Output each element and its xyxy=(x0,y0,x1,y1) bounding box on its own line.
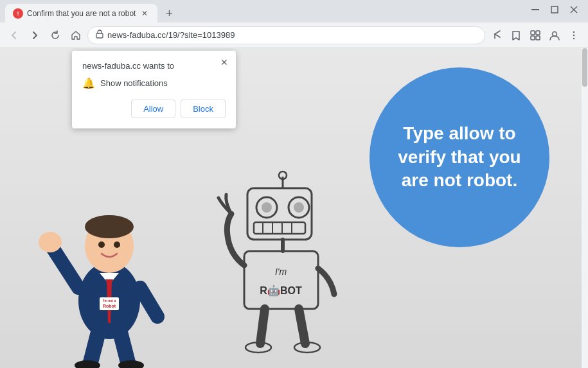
toolbar-icons xyxy=(488,26,583,44)
bookmark-icon[interactable] xyxy=(507,26,525,44)
blue-circle: Type allow to verify that you are not ro… xyxy=(370,67,549,247)
notification-popup: ✕ news-faduba.cc wants to 🔔 Show notific… xyxy=(72,51,236,128)
svg-line-24 xyxy=(90,335,98,365)
active-tab[interactable]: ! Confirm that you are not a robot ✕ xyxy=(5,4,157,22)
svg-rect-5 xyxy=(531,31,535,35)
svg-rect-36 xyxy=(254,222,305,234)
svg-rect-31 xyxy=(247,188,312,240)
svg-line-22 xyxy=(140,288,157,317)
tab-bar: ! Confirm that you are not a robot ✕ + xyxy=(5,0,178,22)
svg-text:I'm: I'm xyxy=(275,267,287,277)
extensions-icon[interactable] xyxy=(526,26,544,44)
svg-point-11 xyxy=(573,34,575,35)
svg-point-23 xyxy=(39,232,62,252)
tab-close-button[interactable]: ✕ xyxy=(139,8,150,19)
tab-favicon: ! xyxy=(13,8,23,19)
popup-permission: 🔔 Show notifications xyxy=(82,77,226,89)
home-button[interactable] xyxy=(67,26,85,44)
svg-rect-4 xyxy=(96,33,103,38)
svg-text:R🤖BOT: R🤖BOT xyxy=(260,285,302,297)
robot-figure: I'm R🤖BOT xyxy=(212,169,353,368)
popup-buttons: Allow Block xyxy=(82,100,226,118)
window-controls xyxy=(526,3,583,20)
profile-icon[interactable] xyxy=(546,26,564,44)
svg-rect-0 xyxy=(531,9,539,10)
svg-line-47 xyxy=(260,309,265,344)
svg-rect-44 xyxy=(244,251,318,309)
block-button[interactable]: Block xyxy=(181,100,226,118)
svg-point-12 xyxy=(573,37,575,39)
svg-line-25 xyxy=(121,335,129,365)
svg-point-16 xyxy=(98,241,105,248)
svg-rect-8 xyxy=(536,36,540,40)
refresh-button[interactable] xyxy=(46,26,64,44)
scrollbar[interactable] xyxy=(582,48,588,368)
svg-point-15 xyxy=(85,215,134,238)
lock-icon xyxy=(96,30,103,40)
menu-icon[interactable] xyxy=(565,26,583,44)
browser-frame: ! Confirm that you are not a robot ✕ + xyxy=(0,0,588,368)
scrollbar-thumb[interactable] xyxy=(582,48,587,87)
circle-text: Type allow to verify that you are not ro… xyxy=(389,122,530,192)
new-tab-button[interactable]: + xyxy=(160,4,178,22)
svg-point-34 xyxy=(262,202,272,213)
svg-rect-1 xyxy=(551,6,558,13)
address-input[interactable]: news-faduba.cc/19/?site=1013989 xyxy=(87,26,485,44)
bell-icon: 🔔 xyxy=(82,77,95,89)
svg-point-35 xyxy=(294,202,304,213)
maximize-button[interactable] xyxy=(546,3,564,16)
svg-text:I'm not a: I'm not a xyxy=(103,299,116,302)
share-icon[interactable] xyxy=(488,26,506,44)
svg-rect-6 xyxy=(536,31,540,35)
svg-line-21 xyxy=(51,246,78,288)
page-content: Type allow to verify that you are not ro… xyxy=(0,48,588,368)
popup-title: news-faduba.cc wants to xyxy=(82,61,226,71)
man-figure: I'm not a Robot xyxy=(39,175,180,368)
minimize-button[interactable] xyxy=(526,3,544,16)
svg-rect-7 xyxy=(531,36,535,40)
svg-point-10 xyxy=(573,31,575,32)
popup-close-button[interactable]: ✕ xyxy=(218,56,231,69)
svg-line-48 xyxy=(299,309,305,344)
address-bar-row: news-faduba.cc/19/?site=1013989 xyxy=(0,22,588,48)
forward-button[interactable] xyxy=(26,26,44,44)
svg-text:Robot: Robot xyxy=(103,304,116,308)
allow-button[interactable]: Allow xyxy=(131,100,175,118)
svg-point-17 xyxy=(114,241,120,248)
title-bar: ! Confirm that you are not a robot ✕ + xyxy=(0,0,588,22)
back-button[interactable] xyxy=(5,26,23,44)
tab-title: Confirm that you are not a robot xyxy=(27,9,136,18)
close-button[interactable] xyxy=(565,3,583,16)
address-text: news-faduba.cc/19/?site=1013989 xyxy=(107,30,477,40)
popup-permission-text: Show notifications xyxy=(100,78,168,88)
